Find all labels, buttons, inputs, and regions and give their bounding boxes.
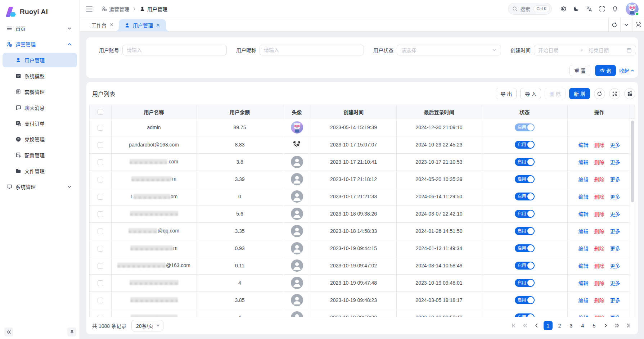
first-page-button[interactable] xyxy=(509,321,518,330)
sidebar-item-5[interactable]: 聊天消息 xyxy=(3,100,77,115)
delete-link[interactable]: 删除 xyxy=(594,141,604,148)
more-link[interactable]: 更多 xyxy=(610,210,620,217)
theme-toggle-button[interactable] xyxy=(570,3,582,15)
page-1-button[interactable]: 1 xyxy=(544,321,553,330)
select-all-checkbox[interactable] xyxy=(98,109,103,115)
delete-link[interactable]: 删除 xyxy=(594,279,604,286)
last-page-button[interactable] xyxy=(624,321,633,330)
more-link[interactable]: 更多 xyxy=(610,297,620,304)
global-search[interactable]: 搜索 Ctrl K xyxy=(508,3,552,15)
delete-link[interactable]: 删除 xyxy=(594,314,604,317)
edit-link[interactable]: 编辑 xyxy=(578,314,589,317)
delete-link[interactable]: 删除 xyxy=(594,297,604,304)
row-checkbox[interactable] xyxy=(98,125,103,131)
maximize-content-button[interactable] xyxy=(632,18,644,31)
sidebar-item-10[interactable]: 系统管理 xyxy=(3,180,77,194)
notifications-button[interactable] xyxy=(609,3,621,15)
text-input[interactable] xyxy=(127,47,222,53)
scrollbar-thumb[interactable] xyxy=(631,121,634,202)
edit-link[interactable]: 编辑 xyxy=(578,245,589,252)
sidebar-item-7[interactable]: 兑换管理 xyxy=(3,132,77,146)
status-toggle[interactable]: 启用 xyxy=(515,296,535,304)
tab-0[interactable]: 工作台 xyxy=(86,18,119,31)
text-input[interactable] xyxy=(264,47,360,53)
edit-link[interactable]: 编辑 xyxy=(578,210,589,217)
status-toggle[interactable]: 启用 xyxy=(515,175,535,183)
status-toggle[interactable]: 启用 xyxy=(515,262,535,270)
prev-page-button[interactable] xyxy=(532,321,541,330)
refresh-tab-button[interactable] xyxy=(608,18,620,31)
brand-logo[interactable]: Ruoyi AI xyxy=(0,0,80,19)
page-4-button[interactable]: 4 xyxy=(578,321,587,330)
edit-link[interactable]: 编辑 xyxy=(578,262,589,269)
delete-link[interactable]: 删除 xyxy=(594,262,604,269)
search-button[interactable]: 查 询 xyxy=(595,65,616,76)
prev-5-pages-button[interactable] xyxy=(521,321,530,330)
sidebar-item-0[interactable]: 首页 xyxy=(3,21,77,36)
more-link[interactable]: 更多 xyxy=(610,245,620,252)
filter-input[interactable] xyxy=(122,45,227,55)
delete-link[interactable]: 删除 xyxy=(594,193,604,200)
filter-select[interactable]: 请选择 xyxy=(397,45,501,55)
row-checkbox[interactable] xyxy=(98,194,103,200)
close-icon[interactable] xyxy=(109,23,114,27)
delete-button[interactable]: 删 除 xyxy=(545,88,566,99)
page-2-button[interactable]: 2 xyxy=(555,321,564,330)
edit-link[interactable]: 编辑 xyxy=(578,227,589,235)
sidebar-item-6[interactable]: 支付订单 xyxy=(3,116,77,131)
delete-link[interactable]: 删除 xyxy=(594,245,604,252)
add-button[interactable]: 新 增 xyxy=(569,88,590,99)
sidebar-item-2[interactable]: 用户管理 xyxy=(3,53,77,67)
page-3-button[interactable]: 3 xyxy=(567,321,576,330)
more-link[interactable]: 更多 xyxy=(610,176,620,183)
row-checkbox[interactable] xyxy=(98,246,103,252)
sidebar-item-4[interactable]: 套餐管理 xyxy=(3,85,77,99)
tab-menu-button[interactable] xyxy=(620,18,632,31)
sidebar-item-1[interactable]: 运营管理 xyxy=(3,37,77,51)
status-toggle[interactable]: 启用 xyxy=(515,313,535,317)
edit-link[interactable]: 编辑 xyxy=(578,193,589,200)
row-checkbox[interactable] xyxy=(98,280,103,286)
more-link[interactable]: 更多 xyxy=(610,314,620,317)
status-toggle[interactable]: 启用 xyxy=(515,244,535,252)
status-toggle[interactable]: 启用 xyxy=(515,210,535,218)
status-toggle[interactable]: 启用 xyxy=(515,158,535,166)
breadcrumb-item-1[interactable]: 用户管理 xyxy=(140,5,167,13)
fullscreen-button[interactable] xyxy=(596,3,608,15)
more-link[interactable]: 更多 xyxy=(610,227,620,235)
delete-link[interactable]: 删除 xyxy=(594,210,604,217)
delete-link[interactable]: 删除 xyxy=(594,158,604,166)
sidebar-collapse-button[interactable] xyxy=(4,327,13,336)
row-checkbox[interactable] xyxy=(98,298,103,303)
collapse-filter-button[interactable]: 收起 xyxy=(619,67,635,74)
status-toggle[interactable]: 启用 xyxy=(515,193,535,200)
delete-link[interactable]: 删除 xyxy=(594,227,604,235)
language-button[interactable] xyxy=(583,3,595,15)
table-fullscreen-button[interactable] xyxy=(609,88,620,99)
next-page-button[interactable] xyxy=(601,321,610,330)
more-link[interactable]: 更多 xyxy=(610,262,620,269)
tab-1[interactable]: 用户管理 xyxy=(119,19,166,31)
row-checkbox[interactable] xyxy=(98,211,103,217)
import-button[interactable]: 导 入 xyxy=(520,88,541,99)
export-button[interactable]: 导 出 xyxy=(496,88,517,99)
edit-link[interactable]: 编辑 xyxy=(578,176,589,183)
row-checkbox[interactable] xyxy=(98,177,103,182)
page-size-select[interactable]: 20条/页 xyxy=(131,320,163,331)
status-toggle[interactable]: 启用 xyxy=(515,227,535,235)
sidebar-item-8[interactable]: 配置管理 xyxy=(3,148,77,162)
table-scrollbar[interactable] xyxy=(630,105,635,317)
sidebar-item-9[interactable]: 文件管理 xyxy=(3,164,77,178)
column-settings-button[interactable] xyxy=(624,88,635,99)
user-avatar[interactable] xyxy=(626,3,639,15)
filter-input[interactable] xyxy=(260,45,364,55)
row-checkbox[interactable] xyxy=(98,229,103,234)
row-checkbox[interactable] xyxy=(98,159,103,165)
edit-link[interactable]: 编辑 xyxy=(578,158,589,166)
edit-link[interactable]: 编辑 xyxy=(578,297,589,304)
sidebar-pin-button[interactable] xyxy=(67,327,76,336)
edit-link[interactable]: 编辑 xyxy=(578,141,589,148)
more-link[interactable]: 更多 xyxy=(610,279,620,286)
row-checkbox[interactable] xyxy=(98,142,103,148)
status-toggle[interactable]: 启用 xyxy=(515,279,535,287)
